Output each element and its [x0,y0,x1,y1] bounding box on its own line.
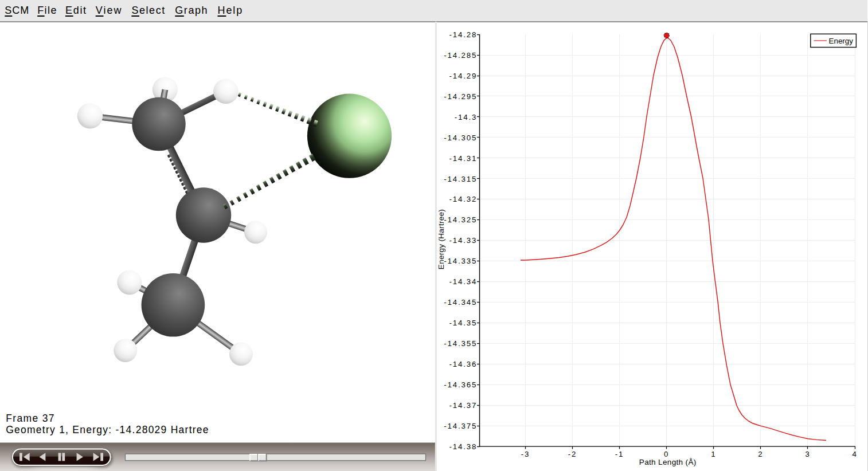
svg-text:-14.285: -14.285 [444,51,477,60]
svg-text:-14.34: -14.34 [449,277,478,286]
svg-text:4: 4 [852,450,857,458]
svg-text:3: 3 [805,450,810,458]
svg-text:2: 2 [758,450,763,458]
svg-text:-2: -2 [568,450,577,458]
svg-text:-14.355: -14.355 [444,339,477,348]
svg-text:-14.36: -14.36 [449,360,478,368]
svg-text:-14.335: -14.335 [444,257,477,265]
svg-text:-14.28: -14.28 [449,30,478,39]
svg-text:-1: -1 [615,450,624,458]
svg-text:Energy (Hartree): Energy (Hartree) [437,209,445,269]
svg-text:-14.325: -14.325 [444,215,477,224]
svg-text:-14.315: -14.315 [444,175,477,183]
svg-text:1: 1 [711,450,716,458]
svg-text:-14.295: -14.295 [444,92,477,101]
svg-text:-3: -3 [521,450,530,458]
svg-text:-14.35: -14.35 [449,319,478,327]
svg-text:-14.33: -14.33 [449,236,478,245]
svg-text:-14.31: -14.31 [449,154,478,163]
svg-text:-14.3: -14.3 [455,113,478,121]
svg-text:-14.32: -14.32 [449,195,478,203]
svg-text:-14.37: -14.37 [449,401,478,410]
svg-text:Energy: Energy [829,37,854,45]
svg-text:-14.345: -14.345 [444,298,477,307]
svg-text:-14.29: -14.29 [449,72,478,80]
svg-text:-14.38: -14.38 [449,442,478,451]
svg-text:-14.375: -14.375 [444,422,477,430]
svg-text:Path Length (Å): Path Length (Å) [639,458,697,466]
svg-text:-14.365: -14.365 [444,380,477,389]
svg-text:-14.305: -14.305 [444,134,477,142]
